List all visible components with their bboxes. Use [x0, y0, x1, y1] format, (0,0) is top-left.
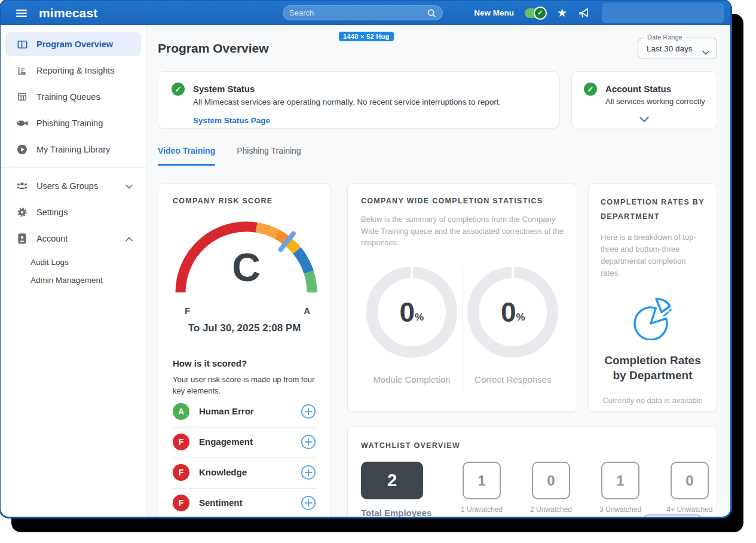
expand-plus-icon[interactable]	[301, 465, 316, 480]
grade-badge: F	[173, 464, 189, 481]
search-icon[interactable]	[427, 8, 436, 18]
department-rates-card: COMPLETION RATES BY DEPARTMENT Here is a…	[588, 183, 717, 412]
new-menu-label: New Menu	[474, 8, 514, 17]
expand-chevron-icon[interactable]	[572, 117, 717, 123]
risk-element-row: F Knowledge	[173, 458, 316, 489]
watchlist-action-button[interactable]	[644, 514, 702, 517]
account-badge-icon	[16, 233, 28, 245]
watchlist-overview-card: WATCHLIST OVERVIEW 2 Total Employees 1 1…	[347, 426, 717, 517]
unwatched-1-box[interactable]: 1	[463, 462, 501, 499]
sidebar-divider	[1, 167, 146, 168]
tab-video-training[interactable]: Video Training	[158, 146, 215, 166]
new-menu-toggle[interactable]: ✓	[525, 8, 546, 18]
gear-icon	[16, 206, 28, 218]
sidebar-item-phishing-training[interactable]: Phishing Training	[5, 111, 141, 135]
stats-card-title: COMPANY WIDE COMPLETION STATISTICS	[361, 197, 564, 205]
sidebar-item-my-training-library[interactable]: My Training Library	[5, 138, 141, 161]
status-check-icon: ✓	[584, 83, 597, 96]
sidebar-subitem-admin-management[interactable]: Admin Management	[1, 271, 146, 289]
completion-statistics-card: COMPANY WIDE COMPLETION STATISTICS Below…	[347, 183, 577, 412]
sidebar-item-reporting-insights[interactable]: Reporting & Insights	[5, 59, 141, 83]
sidebar-item-label: Program Overview	[36, 39, 113, 49]
system-status-title: System Status	[193, 83, 501, 94]
module-completion-donut: 0%	[366, 267, 457, 358]
watchlist-title: WATCHLIST OVERVIEW	[361, 441, 703, 450]
sidebar-item-label: Phishing Training	[36, 118, 103, 128]
search-input[interactable]	[289, 8, 427, 17]
expand-plus-icon[interactable]	[301, 404, 316, 419]
sidebar: Program Overview Reporting & Insights Tr…	[1, 25, 146, 517]
account-status-card: ✓ Account Status All services working co…	[571, 71, 717, 129]
stats-card-description: Below is the summary of completions from…	[361, 213, 564, 249]
unwatched-3-box[interactable]: 1	[601, 462, 639, 499]
sidebar-item-program-overview[interactable]: Program Overview	[5, 32, 141, 56]
risk-element-row: F Sentiment	[173, 489, 316, 517]
gauge-min-label: F	[185, 306, 190, 316]
grade-badge: F	[173, 495, 189, 511]
status-check-icon: ✓	[172, 83, 185, 96]
correct-responses-donut: 0%	[467, 267, 558, 358]
unwatched-1-label: 1 Unwatched	[461, 505, 503, 514]
grade-badge: F	[173, 434, 189, 450]
risk-gauge: C F A	[173, 213, 320, 303]
donut-unit: %	[516, 312, 525, 324]
sidebar-subitem-audit-logs[interactable]: Audit Logs	[1, 253, 146, 271]
sidebar-item-label: Account	[36, 234, 68, 243]
risk-grade: C	[173, 245, 320, 290]
global-search[interactable]	[283, 5, 443, 20]
bar-chart-icon	[16, 65, 28, 77]
system-status-page-link[interactable]: System Status Page	[193, 116, 270, 125]
training-tabs: Video Training Phishing Training	[158, 146, 301, 166]
page-title: Program Overview	[158, 41, 269, 56]
divider	[463, 267, 463, 392]
total-employees-label: Total Employees	[361, 508, 423, 517]
dept-card-title: COMPLETION RATES BY DEPARTMENT	[601, 196, 705, 224]
date-range-value: Last 30 days	[647, 44, 693, 53]
dept-empty-title: Completion Rates by Department	[601, 353, 705, 383]
system-status-card: ✓ System Status All Mimecast services ar…	[158, 71, 559, 129]
donut-value: 0	[399, 296, 415, 328]
sidebar-item-settings[interactable]: Settings	[5, 200, 141, 224]
play-circle-icon	[16, 144, 28, 155]
app-window: mimecast New Menu ✓ ★	[1, 1, 730, 517]
donut-unit: %	[415, 312, 424, 324]
account-info-area[interactable]	[602, 3, 724, 23]
risk-element-label: Sentiment	[199, 498, 291, 508]
unwatched-4plus-box[interactable]: 0	[671, 462, 709, 499]
sidebar-item-label: Users & Groups	[36, 181, 98, 191]
sidebar-item-label: My Training Library	[36, 145, 110, 154]
total-employees-box[interactable]: 2	[361, 462, 423, 499]
announcements-megaphone-icon[interactable]	[578, 7, 591, 19]
expand-plus-icon[interactable]	[301, 495, 316, 511]
users-group-icon	[16, 180, 28, 192]
system-status-message: All Mimecast services are operating norm…	[193, 97, 501, 106]
company-risk-score-card: COMPANY RISK SCORE C F A To Jul 30, 2025…	[158, 183, 331, 517]
sidebar-item-label: Reporting & Insights	[36, 66, 115, 75]
sidebar-item-label: Settings	[36, 208, 68, 217]
chevron-down-icon	[126, 181, 133, 191]
date-range-select[interactable]: Date Range Last 30 days	[638, 38, 717, 59]
sidebar-item-label: Training Queues	[36, 92, 100, 102]
risk-card-title: COMPANY RISK SCORE	[173, 197, 316, 205]
account-status-message: All services working correctly	[605, 97, 705, 106]
mimecast-logo: mimecast	[39, 6, 98, 20]
fish-icon	[16, 117, 28, 129]
unwatched-2-box[interactable]: 0	[532, 462, 570, 499]
gauge-max-label: A	[304, 306, 310, 316]
how-scored-title: How is it scored?	[173, 358, 316, 368]
dept-empty-message: Currently no data is available	[601, 396, 705, 405]
top-navigation-bar: mimecast New Menu ✓ ★	[1, 1, 730, 25]
tab-phishing-training[interactable]: Phishing Training	[237, 146, 301, 166]
account-status-title: Account Status	[605, 83, 705, 94]
sidebar-item-training-queues[interactable]: Training Queues	[5, 85, 141, 109]
sidebar-item-account[interactable]: Account	[5, 227, 141, 251]
hamburger-menu-icon[interactable]	[16, 10, 27, 17]
sidebar-item-users-groups[interactable]: Users & Groups	[5, 174, 141, 198]
unwatched-3-label: 3 Unwatched	[599, 505, 641, 514]
expand-plus-icon[interactable]	[301, 434, 316, 450]
favorites-star-icon[interactable]: ★	[557, 7, 567, 19]
risk-element-row: F Engagement	[173, 428, 316, 458]
unwatched-2-label: 2 Unwatched	[530, 505, 572, 514]
grade-badge: A	[173, 403, 189, 420]
donut-value: 0	[501, 296, 516, 328]
